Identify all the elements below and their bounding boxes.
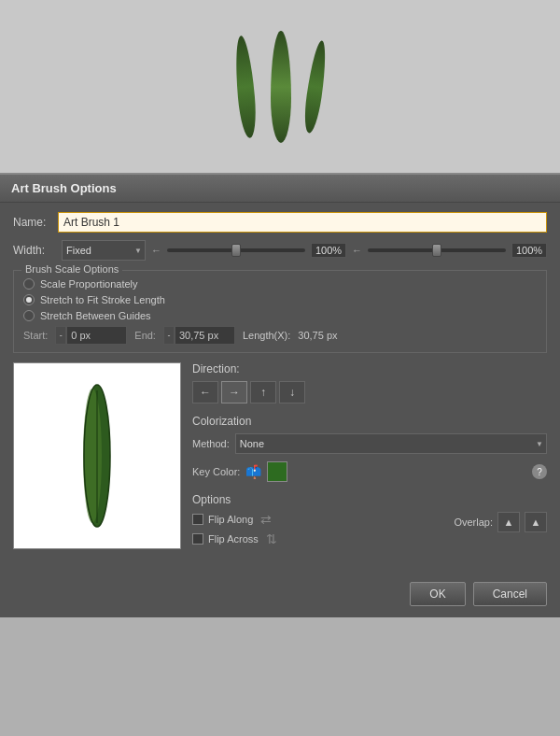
leaf-preview-1: [232, 35, 259, 138]
ok-button[interactable]: OK: [410, 582, 465, 606]
flip-across-icon: ⇅: [266, 531, 277, 546]
right-panel: Direction: ← → ↑ ↓ Colorization Method: …: [192, 362, 547, 556]
width-select[interactable]: Fixed Proportional Pressure: [62, 240, 146, 261]
flip-across-label: Flip Across: [208, 533, 259, 545]
stretch-to-fit-radio[interactable]: [23, 294, 35, 305]
start-px-group: - 0 px: [55, 326, 127, 345]
flip-across-row: Flip Across ⇅: [192, 531, 277, 546]
direction-down-btn[interactable]: ↓: [279, 381, 305, 403]
method-label: Method:: [192, 438, 230, 449]
flip-along-icon: ⇄: [260, 512, 272, 527]
name-input[interactable]: [58, 212, 547, 233]
overlap-btn-1[interactable]: ▲: [497, 512, 520, 532]
start-label: Start:: [23, 330, 48, 341]
brush-leaf-large: [81, 381, 113, 531]
tip-icon[interactable]: ?: [532, 464, 547, 479]
svg-point-1: [83, 389, 102, 523]
end-input[interactable]: 30,75 px: [175, 326, 235, 345]
direction-right-btn[interactable]: →: [221, 381, 247, 403]
brush-scale-label: Brush Scale Options: [21, 263, 122, 275]
length-label: Length(X):: [243, 330, 290, 341]
width-slider-2[interactable]: [368, 248, 506, 252]
method-select-wrapper: None Tints Tints and Shades Hue Shift: [235, 433, 547, 454]
eyedropper-icon[interactable]: 📫: [245, 464, 261, 479]
options-section: Options Flip Along ⇄ Flip Across: [192, 493, 547, 546]
stretch-between-guides-radio[interactable]: [23, 310, 35, 321]
end-px-group: - 30,75 px: [163, 326, 235, 345]
cancel-button[interactable]: Cancel: [473, 582, 547, 606]
key-color-row: Key Color: 📫 ?: [192, 461, 547, 482]
flip-options: Flip Along ⇄ Flip Across ⇅: [192, 512, 277, 546]
width-select-wrapper: Fixed Proportional Pressure: [62, 240, 146, 261]
slider1-left-arrow: ←: [151, 245, 161, 256]
overlap-section: Overlap: ▲ ▲: [454, 512, 547, 532]
direction-buttons: ← → ↑ ↓: [192, 381, 547, 403]
scale-proportionately-label: Scale Proportionately: [40, 278, 138, 290]
art-brush-options-dialog: Art Brush Options Name: Width: Fixed Pro…: [0, 173, 560, 617]
end-stepper[interactable]: -: [163, 326, 175, 345]
overlap-btn-2[interactable]: ▲: [525, 512, 547, 532]
direction-left-btn[interactable]: ←: [192, 381, 218, 403]
width-row: Width: Fixed Proportional Pressure ← 100…: [13, 240, 547, 261]
stretch-to-fit-label: Stretch to Fit Stroke Length: [40, 294, 165, 305]
direction-label: Direction:: [192, 362, 547, 375]
slider2-container: [368, 248, 506, 252]
brush-canvas-preview: [13, 362, 181, 549]
start-input[interactable]: 0 px: [66, 326, 127, 345]
width-label: Width:: [13, 244, 52, 257]
key-color-label: Key Color:: [192, 466, 240, 477]
name-label: Name:: [13, 216, 52, 229]
options-label: Options: [192, 493, 547, 506]
direction-up-btn[interactable]: ↑: [250, 381, 276, 403]
dialog-title: Art Brush Options: [0, 175, 560, 203]
end-label: End:: [134, 330, 156, 341]
flip-across-checkbox[interactable]: [192, 533, 203, 545]
slider2-value: 100%: [511, 243, 547, 258]
key-color-swatch[interactable]: [267, 461, 287, 482]
stretch-between-guides-label: Stretch Between Guides: [40, 310, 151, 321]
brush-preview: [237, 31, 323, 143]
start-end-row: Start: - 0 px End: - 30,75 px Length(X):…: [23, 326, 537, 345]
stretch-to-fit-row[interactable]: Stretch to Fit Stroke Length: [23, 294, 537, 305]
leaf-preview-3: [301, 39, 329, 134]
colorization-label: Colorization: [192, 415, 547, 428]
scale-proportionately-radio[interactable]: [23, 278, 35, 290]
dialog-body: Name: Width: Fixed Proportional Pressure…: [0, 203, 560, 574]
width-slider-1[interactable]: [167, 248, 305, 252]
colorization-section: Colorization Method: None Tints Tints an…: [192, 415, 547, 482]
method-row: Method: None Tints Tints and Shades Hue …: [192, 433, 547, 454]
stretch-between-guides-row[interactable]: Stretch Between Guides: [23, 310, 537, 321]
overlap-label: Overlap:: [454, 517, 493, 528]
slider1-container: [167, 248, 305, 252]
leaf-svg: [81, 381, 113, 531]
leaf-preview-2: [271, 31, 291, 143]
main-content: Direction: ← → ↑ ↓ Colorization Method: …: [13, 362, 547, 556]
slider2-left-arrow: ←: [352, 245, 362, 256]
scale-proportionately-row[interactable]: Scale Proportionately: [23, 278, 537, 290]
button-row: OK Cancel: [0, 574, 560, 617]
options-content: Flip Along ⇄ Flip Across ⇅: [192, 512, 547, 546]
flip-along-row: Flip Along ⇄: [192, 512, 277, 527]
name-row: Name:: [13, 212, 547, 233]
flip-along-label: Flip Along: [208, 514, 253, 525]
canvas-area: [0, 0, 560, 173]
flip-along-checkbox[interactable]: [192, 514, 203, 525]
method-select[interactable]: None Tints Tints and Shades Hue Shift: [235, 433, 547, 454]
start-stepper[interactable]: -: [55, 326, 66, 345]
brush-scale-group: Brush Scale Options Scale Proportionatel…: [13, 270, 547, 353]
slider1-value: 100%: [311, 243, 346, 258]
length-value: 30,75 px: [298, 330, 337, 341]
